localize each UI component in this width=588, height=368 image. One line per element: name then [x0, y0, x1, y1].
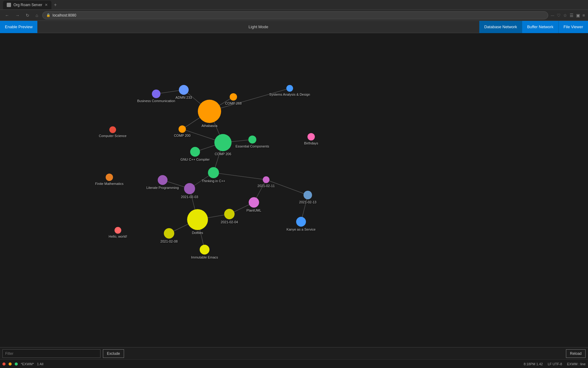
status-bar: *EXWM* 1 All 8:18PM 1.42 LF UTF-8 EXWM :… — [0, 359, 588, 368]
desktop-label: 1 All — [37, 362, 43, 366]
node-comp-200[interactable]: COMP 200 — [179, 125, 186, 133]
node-label-gnu-cpp-compiler: GNU C++ Compiler — [180, 158, 209, 161]
node-circle-2021-02-03 — [184, 183, 195, 194]
node-circle-athabasca — [198, 100, 221, 123]
node-circle-2021-02-04 — [224, 209, 235, 219]
node-literate-programming[interactable]: Literate Programming — [158, 175, 168, 185]
browser-nav-icons: ··· ♡ ☆ ☰ ▣ ≡ — [551, 13, 585, 18]
node-label-finite-mathematics: Finite Mathematics — [95, 182, 123, 186]
node-circle-comp-206 — [214, 134, 232, 151]
node-2021-02-08[interactable]: 2021-02-08 — [164, 228, 174, 239]
node-2021-02-04[interactable]: 2021-02-04 — [224, 209, 235, 219]
node-label-literate-programming: Literate Programming — [146, 186, 179, 190]
reader-view-icon[interactable]: ☰ — [570, 13, 574, 18]
node-thinking-in-cpp[interactable]: Thinking in C++ — [208, 167, 219, 178]
node-circle-immutable-emacs — [200, 245, 209, 255]
file-viewer-button[interactable]: File Viewer — [559, 21, 588, 33]
split-icon[interactable]: ▣ — [576, 13, 580, 18]
node-circle-business-communication — [152, 90, 160, 98]
node-label-comp-268: COMP 268 — [225, 102, 242, 105]
url-text: localhost:8080 — [52, 13, 76, 17]
buffer-network-button[interactable]: Buffer Network — [522, 21, 559, 33]
node-2021-02-13[interactable]: 2021-02-13 — [303, 191, 312, 199]
workspace-label: *EXWM* — [21, 362, 34, 366]
node-essential-components[interactable]: Essential Components — [248, 136, 256, 144]
node-circle-dotfiles — [187, 209, 208, 230]
back-button[interactable]: ← — [3, 12, 11, 18]
url-bar[interactable]: 🔒 localhost:8080 — [42, 11, 548, 19]
node-circle-gnu-cpp-compiler — [190, 147, 200, 157]
node-2021-02-11[interactable]: 2021-02-11 — [263, 176, 270, 183]
toolbar-nav-buttons: Database Network Buffer Network File Vie… — [479, 21, 588, 33]
app-toolbar: Enable Preview Light Mode Database Netwo… — [0, 21, 588, 33]
node-circle-2021-02-11 — [263, 176, 270, 183]
star-icon[interactable]: ☆ — [563, 13, 567, 18]
graph-area[interactable]: Business CommunicationADMN 233COMP 268Sy… — [0, 33, 588, 347]
node-dotfiles[interactable]: Dotfiles — [187, 209, 208, 230]
node-label-comp-206: COMP 206 — [215, 152, 231, 156]
exclude-button[interactable]: Exclude — [103, 349, 124, 358]
forward-button[interactable]: → — [13, 12, 21, 18]
menu-icon[interactable]: ≡ — [582, 13, 585, 18]
node-admn-233[interactable]: ADMN 233 — [179, 85, 189, 95]
node-label-athabasca: Athabasca — [202, 124, 217, 128]
node-athabasca[interactable]: Athabasca — [198, 100, 221, 123]
more-icon[interactable]: ··· — [551, 13, 554, 18]
node-comp-206[interactable]: COMP 206 — [214, 134, 232, 151]
status-bar-right: 8:18PM 1.42 LF UTF-8 EXWM : line — [524, 362, 586, 366]
filter-input[interactable] — [2, 349, 100, 358]
node-label-dotfiles: Dotfiles — [192, 231, 203, 235]
enable-preview-button[interactable]: Enable Preview — [0, 21, 37, 33]
node-business-communication[interactable]: Business Communication — [152, 90, 160, 98]
node-circle-birthdays — [307, 133, 315, 140]
reload-button[interactable]: Reload — [566, 349, 586, 358]
node-circle-kanye-as-a-service — [296, 217, 306, 227]
browser-tab[interactable]: Org Roam Server ✕ — [3, 1, 51, 9]
tab-title: Org Roam Server — [13, 3, 42, 7]
node-label-2021-02-08: 2021-02-08 — [160, 240, 178, 243]
browser-tab-bar: Org Roam Server ✕ + — [0, 0, 588, 10]
edges-svg — [0, 33, 588, 347]
home-button[interactable]: ⌂ — [34, 12, 40, 18]
node-label-2021-02-13: 2021-02-13 — [299, 200, 316, 204]
node-circle-comp-268 — [230, 93, 237, 101]
tab-close-button[interactable]: ✕ — [45, 3, 48, 7]
node-hello-world[interactable]: Hello, world! — [115, 227, 121, 234]
nav-bar: ← → ↻ ⌂ 🔒 localhost:8080 ··· ♡ ☆ ☰ ▣ ≡ — [0, 10, 588, 21]
node-circle-essential-components — [248, 136, 256, 144]
node-label-systems-analysis: Systems Analysis & Design — [269, 93, 310, 96]
bookmark-icon[interactable]: ♡ — [557, 13, 561, 18]
bottom-filter-bar: Exclude Reload — [0, 347, 588, 359]
node-circle-hello-world — [115, 227, 121, 234]
node-label-2021-02-04: 2021-02-04 — [221, 220, 238, 224]
node-circle-comp-200 — [179, 125, 186, 133]
node-label-thinking-in-cpp: Thinking in C++ — [202, 179, 225, 183]
node-circle-systems-analysis — [286, 85, 293, 92]
refresh-button[interactable]: ↻ — [24, 12, 31, 18]
status-dot-3 — [15, 362, 18, 366]
node-plantUML[interactable]: PlantUML — [249, 197, 259, 208]
node-2021-02-03[interactable]: 2021-02-03 — [184, 183, 195, 194]
node-circle-plantUML — [249, 197, 259, 208]
time-label: 8:18PM 1.42 — [524, 362, 543, 366]
node-label-business-communication: Business Communication — [137, 99, 175, 103]
status-dot-2 — [9, 362, 12, 366]
node-label-2021-02-11: 2021-02-11 — [258, 184, 275, 188]
tab-favicon — [7, 3, 11, 7]
node-label-immutable-emacs: Immutable Emacs — [191, 255, 218, 259]
database-network-button[interactable]: Database Network — [479, 21, 522, 33]
new-tab-button[interactable]: + — [54, 2, 57, 8]
node-circle-literate-programming — [158, 175, 168, 185]
node-kanye-as-a-service[interactable]: Kanye as a Service — [296, 217, 306, 227]
node-birthdays[interactable]: Birthdays — [307, 133, 315, 140]
node-label-essential-components: Essential Components — [236, 144, 269, 148]
node-gnu-cpp-compiler[interactable]: GNU C++ Compiler — [190, 147, 200, 157]
svg-line-3 — [209, 88, 290, 111]
node-finite-mathematics[interactable]: Finite Mathematics — [106, 174, 113, 181]
status-dot-1 — [2, 362, 6, 366]
node-immutable-emacs[interactable]: Immutable Emacs — [200, 245, 209, 255]
node-comp-268[interactable]: COMP 268 — [230, 93, 237, 101]
node-label-admn-233: ADMN 233 — [175, 96, 192, 99]
node-computer-science[interactable]: Computer Science — [109, 126, 116, 133]
node-systems-analysis[interactable]: Systems Analysis & Design — [286, 85, 293, 92]
